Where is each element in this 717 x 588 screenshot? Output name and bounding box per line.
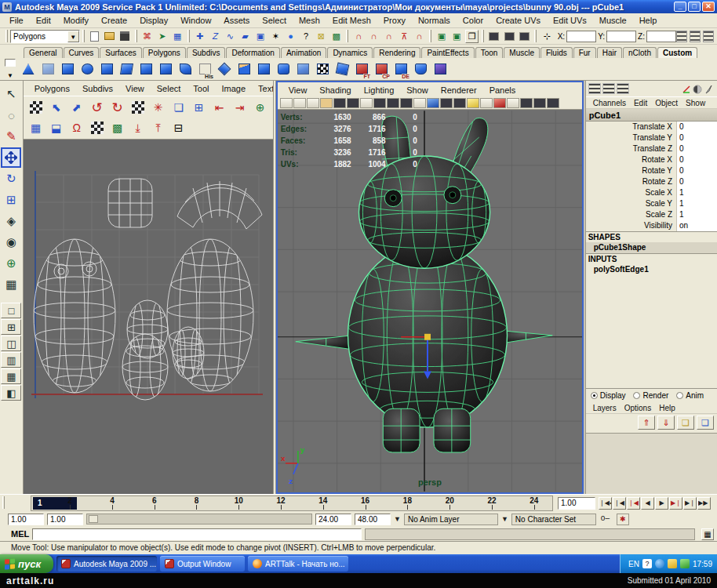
snap-curve-icon[interactable]: ∩ [367, 30, 380, 43]
uv-toggle-texture-icon[interactable] [88, 118, 107, 137]
layout-four-pane-icon[interactable]: ⊞ [1, 319, 21, 335]
y-input[interactable] [606, 31, 636, 42]
layer-menu-item[interactable]: Help [655, 404, 679, 412]
channel-menu-item[interactable]: Object [651, 99, 682, 107]
radio-render[interactable]: Render [633, 391, 668, 400]
uv-menu-item[interactable]: Tool [187, 84, 215, 93]
manipulator-mode-icons[interactable] [680, 83, 715, 95]
select-component-icon[interactable]: ▦ [171, 30, 184, 43]
shading-smooth-icon[interactable] [320, 98, 333, 108]
new-layer-with-selected-icon[interactable]: ❏ [697, 416, 714, 430]
menu-item[interactable]: Normals [412, 16, 457, 25]
uv-move-shell-icon[interactable]: ⬓ [47, 118, 66, 137]
resolution-gate-icon[interactable] [387, 98, 399, 108]
channel-attribute-row[interactable]: Rotate X0 [586, 154, 717, 165]
snap-live-icon[interactable]: ∩ [413, 30, 426, 43]
range-handle[interactable] [89, 515, 98, 523]
textured-icon[interactable] [360, 98, 373, 108]
shelf-tab[interactable]: Polygons [143, 47, 186, 58]
menu-item[interactable]: Display [133, 16, 174, 25]
radio-anim[interactable]: Anim [676, 391, 704, 400]
uv-cut-icon[interactable] [129, 98, 147, 117]
channel-attribute-row[interactable]: Translate Z0 [586, 143, 717, 154]
auto-keyframe-toggle[interactable]: ✱ [617, 514, 629, 525]
shelf-tab[interactable]: Dynamics [327, 47, 373, 58]
layout-persp-outliner-icon[interactable]: ◫ [1, 336, 21, 351]
start-button[interactable]: пуск [0, 554, 53, 573]
shelf-item-de[interactable]: DE [391, 60, 410, 79]
grip-handle[interactable] [534, 30, 537, 42]
red-cube-icon[interactable] [493, 98, 506, 108]
absolute-transform-icon[interactable]: ⊹ [540, 30, 553, 43]
film-gate-icon[interactable] [400, 98, 413, 108]
channel-layout-narrow-icon[interactable] [588, 83, 601, 94]
menu-item[interactable]: Window [174, 16, 217, 25]
layer-menu-item[interactable]: Options [621, 404, 655, 412]
layer-menu-item[interactable]: Layers [589, 404, 621, 412]
title-bar[interactable]: M Autodesk Maya 2009 Service Pack 1 Unli… [0, 0, 717, 13]
mask-surfaces-icon[interactable]: ▰ [238, 30, 252, 43]
range-end-field[interactable]: 24.00 [315, 514, 351, 525]
channel-layout-mid-icon[interactable] [602, 83, 615, 94]
range-start-field[interactable]: 1.00 [47, 514, 83, 525]
backface-icon[interactable] [453, 98, 466, 108]
persp-menu-item[interactable]: Show [400, 85, 435, 95]
radio-display[interactable]: Display [591, 391, 626, 400]
mel-label[interactable]: MEL [11, 529, 29, 539]
shelf-item[interactable] [136, 60, 155, 79]
channel-attribute-row[interactable]: Visibilityon [586, 220, 717, 231]
grip-handle[interactable] [482, 30, 484, 42]
go-to-end-icon[interactable]: ▶▶❘ [697, 497, 711, 510]
toggle-channel-box-icon[interactable] [703, 31, 714, 42]
uv-rotate-ccw-icon[interactable]: ↺ [88, 98, 107, 117]
lights-icon[interactable] [373, 98, 386, 108]
shelf-item[interactable] [78, 60, 96, 79]
shelf-options-popup[interactable]: ▼ [2, 59, 19, 79]
selection-mode-dropdown[interactable]: Polygons ▼ [10, 30, 80, 43]
output-connections-icon[interactable]: ▣ [450, 30, 464, 43]
shelf-tab[interactable]: Surfaces [100, 47, 141, 58]
channel-attribute-row[interactable]: Scale Y1 [586, 198, 717, 209]
shelf-item[interactable] [235, 60, 253, 79]
shelf-tab[interactable]: Fluids [540, 47, 573, 58]
shelf-tab[interactable]: Curves [64, 47, 100, 58]
go-to-start-icon[interactable]: ❘◀◀ [599, 497, 612, 510]
film-fit-icon[interactable] [533, 98, 546, 108]
step-back-frame-icon[interactable]: ❘◀ [613, 497, 626, 510]
layout-persp-graph-icon[interactable]: ◧ [1, 385, 21, 401]
shape-node-item[interactable]: pCube1Shape [586, 242, 717, 253]
channel-attribute-row[interactable]: Rotate Y0 [586, 165, 717, 176]
shelf-tab-custom-active[interactable]: Custom [657, 47, 697, 58]
select-object-icon[interactable]: ➤ [155, 30, 169, 43]
menu-item[interactable]: File [3, 16, 30, 25]
snap-plane-icon[interactable]: ⊼ [397, 30, 410, 43]
shelf-tab[interactable]: PaintEffects [421, 47, 474, 58]
rotate-tool-icon[interactable]: ↻ [1, 169, 21, 189]
lock-selection-icon[interactable]: ⊠ [315, 30, 328, 43]
ipr-render-icon[interactable] [503, 30, 516, 43]
shelf-item[interactable] [19, 60, 38, 79]
mel-input[interactable] [32, 528, 362, 540]
perspective-viewport[interactable]: x y z persp Verts:16308660 Edges:327617 [278, 110, 582, 492]
shelf-item[interactable] [156, 60, 175, 79]
step-back-key-icon[interactable]: ❘◀ [627, 497, 640, 510]
play-forwards-icon[interactable]: ▶ [655, 497, 668, 510]
menu-item[interactable]: Mesh [293, 16, 326, 25]
menu-item[interactable]: Edit [30, 16, 57, 25]
keyboard-layout-icon[interactable]: ? [642, 559, 652, 568]
close-button[interactable]: ✕ [702, 2, 715, 12]
uv-menu-item[interactable]: Image [216, 84, 253, 93]
layout-split-horizontal-icon[interactable]: ▥ [1, 352, 21, 368]
shelf-item[interactable] [58, 60, 77, 79]
language-indicator[interactable]: EN [628, 560, 639, 568]
shelf-item[interactable] [431, 60, 449, 79]
fog-icon[interactable] [480, 98, 493, 108]
lasso-tool-icon[interactable]: ◌ [1, 105, 21, 125]
shaded-icon[interactable] [347, 98, 359, 108]
mask-deformers-icon[interactable]: ▣ [253, 30, 267, 43]
maximize-button[interactable]: □ [688, 2, 701, 12]
uv-menu-item[interactable]: Polygons [28, 84, 76, 93]
uv-rotate-shell-icon[interactable]: Ω [67, 118, 86, 137]
menu-item[interactable]: Proxy [377, 16, 412, 25]
channel-attribute-row[interactable]: Scale X1 [586, 187, 717, 198]
